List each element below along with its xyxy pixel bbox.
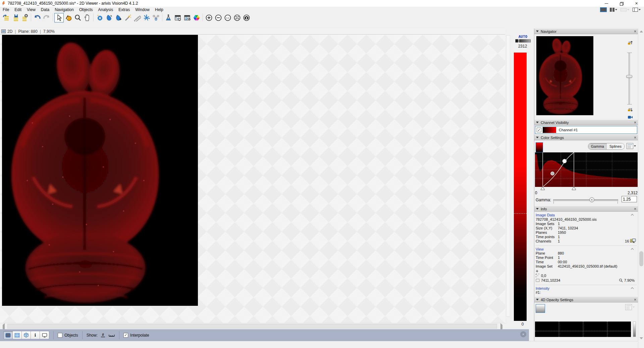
show-plane-numbers-icon[interactable]: #: [100, 333, 106, 338]
import-document-button[interactable]: [1, 13, 11, 22]
movie-camera-icon[interactable]: [628, 115, 633, 119]
zoom-out-button[interactable]: [214, 13, 223, 22]
expand-row[interactable]: +: [536, 269, 637, 273]
channel-gradient-swatch[interactable]: [536, 142, 543, 152]
chevron-up-icon[interactable]: [631, 214, 634, 217]
curve-control-point[interactable]: [562, 159, 567, 163]
panel-scrollbar-thumb[interactable]: [639, 251, 643, 266]
view-heading[interactable]: View: [536, 247, 637, 251]
gamma-value-input[interactable]: [622, 196, 637, 202]
view-3d-button[interactable]: [22, 331, 31, 339]
collapse-arrow-icon[interactable]: [536, 122, 539, 123]
lamp-tool-button[interactable]: [64, 13, 73, 22]
objects-checkbox-label[interactable]: Objects: [64, 333, 78, 338]
plus-icon[interactable]: +: [536, 269, 538, 273]
histogram-editor[interactable]: [535, 152, 638, 190]
pan-hand-tool-button[interactable]: [83, 13, 92, 22]
menu-objects[interactable]: Objects: [76, 7, 96, 13]
scroll-up-icon[interactable]: [640, 30, 643, 32]
analysis-flask-button[interactable]: [164, 13, 173, 22]
zoom-1to1-button[interactable]: 1:1: [223, 13, 232, 22]
channel-visibility-close-icon[interactable]: ×: [634, 120, 636, 125]
redo-button[interactable]: [42, 13, 51, 22]
export-monitor-icon[interactable]: [630, 238, 636, 244]
splines-tab[interactable]: Splines: [607, 143, 624, 149]
auto-range-slider-thumb[interactable]: [518, 39, 519, 43]
restore-button[interactable]: [614, 0, 629, 7]
split-view-layout-button[interactable]: [609, 7, 618, 12]
scroll-down-icon[interactable]: [640, 337, 643, 339]
plane-slider-track[interactable]: [629, 53, 630, 105]
navigator-panel-header[interactable]: Navigator ×: [534, 28, 638, 34]
plane-down-button[interactable]: [628, 107, 633, 113]
minimize-button[interactable]: [599, 0, 614, 7]
range-max-handle[interactable]: [572, 187, 576, 190]
close-button[interactable]: ×: [629, 0, 644, 7]
chevron-up-icon[interactable]: [631, 248, 634, 251]
channel-visibility-checkbox[interactable]: ✓: [537, 128, 541, 132]
menu-view[interactable]: View: [24, 7, 38, 13]
show-scalebar-icon[interactable]: [108, 333, 115, 338]
menu-help[interactable]: Help: [152, 7, 166, 13]
magic-wand-button[interactable]: [123, 13, 132, 22]
gamma-slider-thumb[interactable]: [589, 197, 594, 202]
color-settings-options-button[interactable]: [627, 143, 636, 149]
zoom-fit-button[interactable]: [232, 13, 242, 22]
color-settings-panel-header[interactable]: Color Settings ×: [534, 135, 638, 140]
opacity-panel-header[interactable]: 4D Opacity Settings ×: [534, 297, 638, 302]
sphere-sparkle-button[interactable]: [95, 13, 104, 22]
opacity-histogram[interactable]: [535, 322, 631, 337]
viewer-vertical-scrollbar-track[interactable]: [506, 35, 510, 317]
channel-visibility-panel-header[interactable]: Channel Visibility ×: [534, 120, 638, 125]
gamma-slider-track[interactable]: [553, 199, 618, 201]
panel-layout-button[interactable]: [632, 7, 641, 12]
info-view-button[interactable]: i: [31, 331, 40, 339]
gamma-tab[interactable]: Gamma: [588, 143, 607, 149]
objects-checkbox[interactable]: [58, 333, 62, 338]
menu-window[interactable]: Window: [132, 7, 152, 13]
viewer-canvas[interactable]: [0, 34, 505, 323]
curve-control-point[interactable]: [551, 172, 554, 175]
info-close-icon[interactable]: ×: [634, 207, 636, 211]
measure-button[interactable]: [132, 13, 142, 22]
auto-range-label[interactable]: AUTO: [515, 34, 531, 39]
chevron-up-icon[interactable]: [631, 287, 634, 290]
image-data-heading[interactable]: Image Data: [536, 213, 637, 217]
droplet-button[interactable]: [104, 13, 114, 22]
view-2d-button[interactable]: [4, 331, 13, 339]
save-document-button[interactable]: [11, 13, 20, 22]
collapse-arrow-icon[interactable]: [536, 208, 539, 210]
magnifier-tool-button[interactable]: [73, 13, 83, 22]
color-settings-close-icon[interactable]: ×: [634, 135, 636, 140]
channel-row[interactable]: ✓ Channel #1: [535, 126, 637, 134]
statusbar-close-button[interactable]: ×: [520, 331, 526, 337]
opacity-gradient-swatch[interactable]: [536, 304, 545, 313]
collapse-arrow-icon[interactable]: [536, 30, 539, 32]
menu-navigation[interactable]: Navigation: [52, 7, 76, 13]
info-panel-header[interactable]: Info ×: [534, 206, 638, 212]
range-min-handle[interactable]: [541, 187, 545, 190]
droplet-add-button[interactable]: [114, 13, 123, 22]
channel-color-swatch[interactable]: [543, 127, 556, 133]
menu-edit[interactable]: Edit: [12, 7, 24, 13]
menu-file[interactable]: File: [0, 7, 12, 13]
zoom-in-button[interactable]: [204, 13, 214, 22]
menu-analysis[interactable]: Analysis: [96, 7, 116, 13]
opacity-close-icon[interactable]: ×: [634, 297, 636, 302]
panel-scrollbar[interactable]: [638, 28, 644, 348]
opacity-options-button[interactable]: [625, 304, 635, 310]
viewer-horizontal-scrollbar-thumb[interactable]: [7, 324, 497, 329]
collapse-arrow-icon[interactable]: [536, 137, 539, 138]
spark-button[interactable]: [142, 13, 151, 22]
plane-up-button[interactable]: [628, 40, 633, 46]
presentation-button[interactable]: [40, 331, 49, 339]
plane-slider-thumb[interactable]: [626, 75, 632, 78]
interpolate-checkbox-label[interactable]: Interpolate: [130, 333, 149, 338]
polygon-cut-button[interactable]: [151, 13, 161, 22]
auto-range-slider[interactable]: [515, 39, 531, 43]
menu-data[interactable]: Data: [38, 7, 52, 13]
interpolate-checkbox[interactable]: ✓: [123, 333, 128, 338]
close-document-button[interactable]: [20, 13, 30, 22]
collapse-arrow-icon[interactable]: [536, 299, 539, 300]
navigator-close-icon[interactable]: ×: [634, 29, 636, 34]
